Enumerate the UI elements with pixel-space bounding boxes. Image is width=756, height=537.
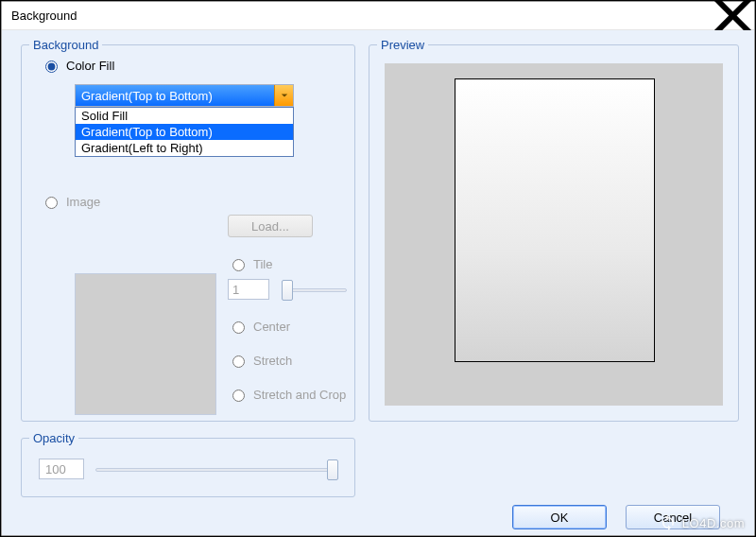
radio-image[interactable]: Image	[41, 194, 100, 209]
option-gradient-left-right[interactable]: Gradient(Left to Right)	[76, 140, 293, 156]
tile-slider-thumb[interactable]	[282, 280, 293, 301]
fill-type-combo[interactable]: Gradient(Top to Bottom)	[75, 84, 294, 107]
radio-tile-input[interactable]	[232, 259, 245, 271]
titlebar: Background	[2, 2, 754, 30]
ok-button-label: OK	[551, 511, 569, 525]
radio-color-fill[interactable]: Color Fill	[41, 58, 114, 73]
chevron-down-icon	[281, 92, 288, 99]
radio-stretch[interactable]: Stretch	[228, 353, 292, 368]
radio-tile[interactable]: Tile	[228, 256, 272, 271]
fill-type-combo-text: Gradient(Top to Bottom)	[76, 85, 274, 106]
opacity-value-input[interactable]	[39, 459, 84, 479]
opacity-slider[interactable]	[95, 468, 337, 472]
background-group: Background Color Fill Gradient(Top to Bo…	[21, 38, 355, 422]
preview-page	[455, 78, 655, 362]
close-button[interactable]	[712, 2, 754, 30]
tile-slider[interactable]	[283, 288, 347, 292]
radio-tile-label: Tile	[253, 257, 272, 271]
radio-center-input[interactable]	[232, 321, 245, 334]
tile-count-input[interactable]	[228, 279, 269, 300]
preview-legend: Preview	[377, 38, 428, 52]
radio-color-fill-label: Color Fill	[66, 59, 114, 73]
opacity-group: Opacity	[21, 431, 355, 497]
radio-stretch-crop-label: Stretch and Crop	[253, 388, 346, 402]
dialog-window: Background Background Color Fill Gradien…	[1, 1, 755, 536]
radio-image-input[interactable]	[45, 197, 58, 209]
radio-center[interactable]: Center	[228, 319, 290, 334]
preview-group: Preview	[369, 38, 739, 422]
radio-stretch-crop-input[interactable]	[232, 390, 245, 402]
window-title: Background	[11, 9, 77, 23]
background-legend: Background	[29, 38, 102, 52]
option-solid-fill[interactable]: Solid Fill	[76, 108, 293, 124]
client-area: Background Color Fill Gradient(Top to Bo…	[2, 30, 754, 535]
fill-type-dropdown: Solid Fill Gradient(Top to Bottom) Gradi…	[75, 107, 294, 157]
option-gradient-top-bottom[interactable]: Gradient(Top to Bottom)	[76, 124, 293, 140]
image-thumbnail	[75, 273, 216, 415]
radio-image-label: Image	[66, 195, 100, 209]
load-button-label: Load...	[251, 219, 289, 234]
ok-button[interactable]: OK	[512, 505, 607, 529]
watermark: LO4D.com	[660, 514, 745, 531]
radio-stretch-input[interactable]	[232, 355, 245, 368]
preview-area	[385, 63, 723, 406]
load-button[interactable]: Load...	[228, 215, 313, 237]
radio-color-fill-input[interactable]	[45, 61, 58, 73]
watermark-text: LO4D.com	[682, 516, 745, 530]
opacity-legend: Opacity	[29, 431, 78, 445]
radio-center-label: Center	[253, 320, 290, 334]
refresh-icon	[660, 514, 677, 531]
fill-type-combo-button[interactable]	[274, 85, 293, 106]
radio-stretch-crop[interactable]: Stretch and Crop	[228, 387, 346, 402]
radio-stretch-label: Stretch	[253, 354, 292, 368]
opacity-slider-thumb[interactable]	[327, 459, 338, 480]
